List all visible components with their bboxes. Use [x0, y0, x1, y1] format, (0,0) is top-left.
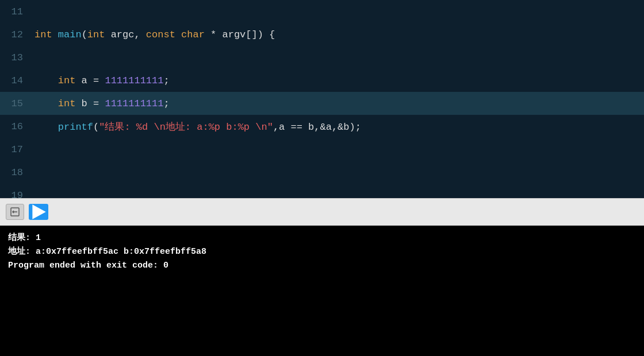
code-token: const	[146, 29, 175, 40]
code-line: 18	[0, 161, 644, 184]
collapse-button[interactable]	[6, 204, 24, 220]
code-token: (	[82, 29, 87, 40]
code-line: 16 printf("结果: %d \n地址: a:%p b:%p \n",a …	[0, 115, 644, 138]
code-token	[34, 98, 58, 109]
line-number: 13	[0, 52, 34, 63]
line-content: printf("结果: %d \n地址: a:%p b:%p \n",a == …	[34, 120, 644, 133]
code-token: ,a == b,&a,&b);	[273, 122, 361, 133]
code-token: int	[58, 75, 76, 86]
line-content: int main(int argc, const char * argv[]) …	[34, 29, 644, 40]
code-line: 12int main(int argc, const char * argv[]…	[0, 23, 644, 46]
code-line: 11	[0, 0, 644, 23]
code-token	[52, 29, 58, 40]
terminal-line: Program ended with exit code: 0	[8, 259, 636, 273]
code-token: "结果: %d \n地址: a:%p b:%p \n"	[99, 122, 273, 133]
code-token	[34, 122, 58, 133]
code-token: ;	[163, 75, 169, 86]
code-token: a =	[75, 75, 105, 86]
code-token: int	[34, 29, 52, 40]
code-token: (	[93, 122, 99, 133]
code-token: * argv[]) {	[205, 29, 275, 40]
code-line: 15 int b = 1111111111;	[0, 92, 644, 115]
code-token: 1111111111	[105, 75, 163, 86]
code-token: argc,	[105, 29, 145, 40]
code-editor: 1112int main(int argc, const char * argv…	[0, 0, 644, 198]
code-token: b =	[75, 98, 105, 109]
terminal-line: 结果: 1	[8, 231, 636, 245]
code-token	[34, 75, 58, 86]
code-token: printf	[58, 122, 93, 133]
code-token: char	[181, 29, 205, 40]
run-button[interactable]	[29, 204, 48, 220]
line-number: 16	[0, 121, 34, 132]
line-number: 11	[0, 6, 34, 17]
line-number: 15	[0, 98, 34, 109]
line-content: int a = 1111111111;	[34, 75, 644, 86]
code-token: ;	[163, 98, 169, 109]
line-number: 19	[0, 190, 34, 199]
toolbar	[0, 198, 644, 226]
line-number: 18	[0, 167, 34, 178]
svg-marker-2	[32, 204, 45, 219]
code-token: 1111111111	[105, 98, 163, 109]
code-token: int	[58, 98, 76, 109]
code-token: main	[58, 29, 82, 40]
code-line: 14 int a = 1111111111;	[0, 69, 644, 92]
code-line: 19	[0, 184, 644, 198]
terminal-output: 结果: 1地址: a:0x7ffeefbff5ac b:0x7ffeefbff5…	[0, 226, 644, 356]
code-line: 13	[0, 46, 644, 69]
line-content: int b = 1111111111;	[34, 98, 644, 109]
code-token: int	[87, 29, 105, 40]
code-token	[175, 29, 181, 40]
line-number: 12	[0, 29, 34, 40]
code-line: 17	[0, 138, 644, 161]
line-number: 17	[0, 144, 34, 155]
terminal-line: 地址: a:0x7ffeefbff5ac b:0x7ffeefbff5a8	[8, 245, 636, 259]
line-number: 14	[0, 75, 34, 86]
